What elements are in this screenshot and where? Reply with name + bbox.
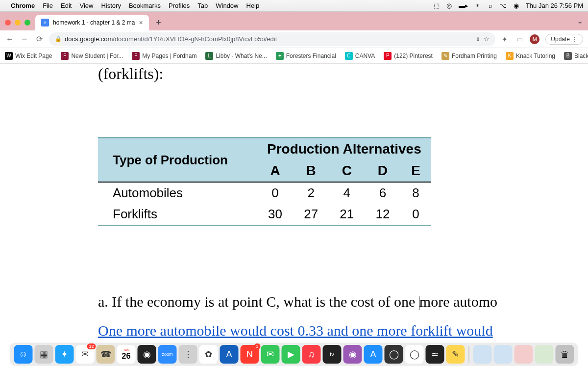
dock-messages-icon[interactable]: ✉ (261, 345, 280, 364)
col-header: E (400, 160, 431, 182)
section-heading: (forklifts): (98, 65, 588, 83)
dock-trash-icon[interactable]: 🗑 (556, 345, 574, 364)
badge: 3 (254, 343, 260, 349)
lock-icon: 🔒 (55, 36, 62, 42)
dock-podcasts-icon[interactable]: ◉ (343, 345, 362, 364)
bookmark-knack[interactable]: KKnack Tutoring (506, 52, 555, 60)
browser-toolbar: ← → ⟳ 🔒 docs.google.com/document/d/1YRuX… (0, 30, 588, 48)
dock-facetime-icon[interactable]: ▶ (282, 345, 300, 364)
dock-tv-icon[interactable]: tv (323, 345, 342, 364)
menu-app[interactable]: Chrome (11, 2, 35, 9)
star-icon[interactable]: ☆ (484, 35, 490, 43)
battery-icon[interactable]: ▬▸ (459, 2, 468, 9)
dock-autodesk-icon[interactable]: A (220, 345, 239, 364)
airplay-icon[interactable]: ◎ (446, 2, 452, 9)
maximize-window-icon[interactable] (24, 20, 30, 26)
screenshare-icon[interactable]: ⬚ (434, 2, 440, 9)
bookmark-my-pages[interactable]: FMy Pages | Fordham (132, 52, 196, 60)
bookmark-pinterest[interactable]: P(122) Pinterest (384, 52, 433, 60)
share-icon[interactable]: ⇪ (475, 35, 481, 43)
bookmark-new-student[interactable]: FNew Student | For... (61, 52, 123, 60)
menu-profiles[interactable]: Profiles (169, 2, 190, 9)
table-cell: 21 (329, 204, 365, 226)
bookmark-wix[interactable]: WWix Edit Page (5, 52, 52, 60)
dock-contacts-icon[interactable]: ☎ (97, 345, 115, 364)
table-cell: 4 (329, 182, 365, 204)
dock-photos-icon[interactable]: ✿ (199, 345, 218, 364)
dock-notes-icon[interactable]: ✎ (446, 345, 465, 364)
dock-siri-icon[interactable]: ◉ (138, 345, 156, 364)
production-table-wrap: Type of Production Production Alternativ… (98, 137, 588, 226)
bookmark-blackboard[interactable]: BBlackboard (564, 52, 588, 60)
table-cell: 6 (365, 182, 400, 204)
siri-icon[interactable]: ◉ (514, 2, 519, 9)
table-cell: 27 (293, 204, 329, 226)
bookmark-canva[interactable]: CCANVA (345, 52, 375, 60)
close-window-icon[interactable] (5, 20, 11, 26)
extensions-icon[interactable]: ✦ (500, 35, 509, 44)
reload-button[interactable]: ⟳ (34, 34, 44, 44)
dock-file2-icon[interactable] (514, 345, 533, 364)
bookmark-foresters[interactable]: ✦Foresters Financial (276, 52, 336, 60)
profile-avatar[interactable]: M (530, 34, 539, 44)
table-cell: 8 (400, 182, 431, 204)
dock-docx-icon[interactable] (473, 345, 492, 364)
dock-file1-icon[interactable] (494, 345, 513, 364)
browser-tab[interactable]: ≡ homework 1 - chapter 1 & 2 ma × (35, 15, 149, 30)
address-bar[interactable]: 🔒 docs.google.com/document/d/1YRuXVLtOA-… (49, 32, 495, 46)
menu-help[interactable]: Help (246, 2, 260, 9)
url-host: docs.google.com (65, 35, 113, 43)
dock-stocks-icon[interactable]: ≃ (426, 345, 444, 364)
menu-tab[interactable]: Tab (197, 2, 208, 9)
forward-button[interactable]: → (20, 35, 29, 44)
window-controls (5, 20, 30, 26)
menu-history[interactable]: History (101, 2, 121, 9)
col-header: A (257, 160, 293, 182)
dock-launchpad-icon[interactable]: ▦ (35, 345, 53, 364)
dock-safari-icon[interactable]: ✦ (55, 345, 74, 364)
col-header: B (293, 160, 329, 182)
menu-file[interactable]: File (43, 2, 53, 9)
wifi-icon[interactable]: ᯤ (475, 2, 482, 9)
dock-chrome-icon[interactable]: ◯ (405, 345, 424, 364)
close-tab-icon[interactable]: × (139, 19, 143, 26)
menubar-clock[interactable]: Thu Jan 26 7:56 PM (526, 2, 583, 9)
row-header: Automobiles (98, 182, 257, 204)
dock-zoom-icon[interactable]: zoom (158, 345, 177, 364)
menu-bookmarks[interactable]: Bookmarks (129, 2, 161, 9)
menu-edit[interactable]: Edit (61, 2, 72, 9)
update-button[interactable]: Update⋮ (545, 34, 583, 45)
mac-menubar: Chrome File Edit View History Bookmarks … (0, 0, 588, 12)
docs-favicon-icon: ≡ (41, 19, 49, 26)
col-header: D (365, 160, 400, 182)
new-tab-button[interactable]: + (152, 16, 166, 29)
table-cell: 0 (400, 204, 431, 226)
document-body[interactable]: (forklifts): Type of Production Producti… (0, 64, 588, 344)
dock-menu-icon[interactable]: ⋮ (179, 345, 197, 364)
dock-mail-icon[interactable]: ✉12 (76, 345, 95, 364)
answer-text[interactable]: One more automobile would cost 0.33 and … (98, 322, 588, 339)
table-cell: 2 (293, 182, 329, 204)
table-corner-header: Type of Production (98, 138, 257, 183)
bookmark-libby[interactable]: LLibby - What's Ne... (205, 52, 267, 60)
dock-finder-icon[interactable]: ☺ (14, 345, 33, 364)
search-icon[interactable]: ⌕ (489, 2, 492, 9)
back-button[interactable]: ← (5, 35, 15, 44)
text-cursor (419, 296, 419, 310)
dock-news-icon[interactable]: N3 (241, 345, 259, 364)
reading-list-icon[interactable]: ▭ (515, 35, 524, 44)
bookmark-fordham-printing[interactable]: ✎Fordham Printing (441, 52, 497, 60)
menu-view[interactable]: View (79, 2, 93, 9)
menu-window[interactable]: Window (216, 2, 238, 9)
dock-file3-icon[interactable] (535, 345, 554, 364)
table-row: Forklifts302721120 (98, 204, 431, 226)
production-table: Type of Production Production Alternativ… (98, 137, 431, 226)
dock-creative-icon[interactable]: ◯ (385, 345, 403, 364)
dock-calendar-icon[interactable]: JAN26 (117, 345, 136, 364)
minimize-window-icon[interactable] (15, 20, 21, 26)
dock-appstore-icon[interactable]: A (364, 345, 383, 364)
tab-dropdown-icon[interactable]: ⌄ (577, 16, 583, 26)
row-header: Forklifts (98, 204, 257, 226)
control-center-icon[interactable]: ⌥ (499, 2, 507, 9)
dock-music-icon[interactable]: ♫ (302, 345, 321, 364)
